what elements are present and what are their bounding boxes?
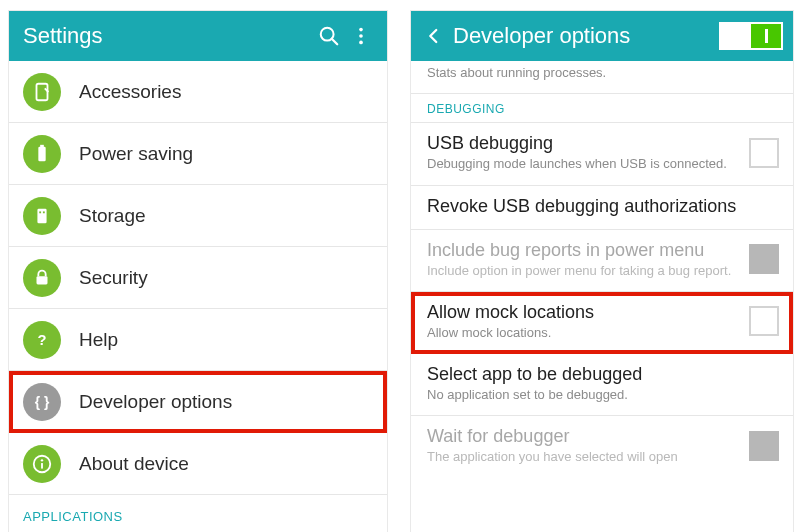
- settings-item-accessories[interactable]: Accessories: [9, 61, 387, 123]
- checkbox[interactable]: [749, 306, 779, 336]
- svg-rect-11: [37, 276, 48, 284]
- settings-item-label: Help: [79, 329, 373, 351]
- svg-rect-16: [41, 463, 43, 469]
- svg-point-2: [359, 28, 363, 32]
- developer-options-screen: Developer options Stats about running pr…: [410, 10, 794, 532]
- section-header-applications: APPLICATIONS: [9, 495, 387, 530]
- search-button[interactable]: [313, 25, 345, 47]
- svg-rect-5: [37, 83, 48, 100]
- dev-item-mock-locations[interactable]: Allow mock locations Allow mock location…: [411, 292, 793, 354]
- checkbox[interactable]: [749, 138, 779, 168]
- settings-item-help[interactable]: ? Help: [9, 309, 387, 371]
- settings-item-about-device[interactable]: About device: [9, 433, 387, 495]
- settings-screen: Settings Accessories: [8, 10, 388, 532]
- overflow-menu-button[interactable]: [345, 25, 377, 47]
- dev-item-wait-debugger: Wait for debugger The application you ha…: [411, 416, 793, 477]
- developer-appbar: Developer options: [411, 11, 793, 61]
- svg-line-1: [332, 39, 338, 45]
- svg-rect-6: [38, 146, 45, 161]
- dev-item-sub: The application you have selected will o…: [427, 449, 737, 465]
- svg-text:{ }: { }: [35, 394, 50, 409]
- settings-item-label: Security: [79, 267, 373, 289]
- settings-list: Accessories Power saving Storage Securit…: [9, 61, 387, 530]
- dev-item-sub: Allow mock locations.: [427, 325, 737, 341]
- settings-item-power-saving[interactable]: Power saving: [9, 123, 387, 185]
- dev-item-sub: No application set to be debugged.: [427, 387, 767, 403]
- help-icon: ?: [23, 321, 61, 359]
- dev-item-sub: Stats about running processes.: [427, 65, 767, 81]
- accessories-icon: [23, 73, 61, 111]
- settings-item-label: Accessories: [79, 81, 373, 103]
- dev-item-revoke-usb[interactable]: Revoke USB debugging authorizations: [411, 186, 793, 230]
- storage-icon: [23, 197, 61, 235]
- settings-appbar: Settings: [9, 11, 387, 61]
- svg-rect-8: [37, 208, 46, 223]
- developer-title: Developer options: [453, 23, 719, 49]
- svg-point-3: [359, 34, 363, 38]
- settings-item-label: About device: [79, 453, 373, 475]
- dev-item-sub: Include option in power menu for taking …: [427, 263, 737, 279]
- svg-point-4: [359, 41, 363, 45]
- braces-icon: { }: [23, 383, 61, 421]
- dev-item-select-debug-app[interactable]: Select app to be debugged No application…: [411, 354, 793, 416]
- settings-item-label: Power saving: [79, 143, 373, 165]
- dev-item-process-stats[interactable]: Stats about running processes.: [411, 61, 793, 94]
- svg-rect-7: [40, 144, 44, 147]
- settings-item-developer-options[interactable]: { } Developer options: [9, 371, 387, 433]
- dev-item-usb-debugging[interactable]: USB debugging Debugging mode launches wh…: [411, 123, 793, 185]
- info-icon: [23, 445, 61, 483]
- dev-item-title: Select app to be debugged: [427, 364, 767, 385]
- battery-icon: [23, 135, 61, 173]
- svg-text:?: ?: [38, 331, 47, 347]
- settings-item-label: Storage: [79, 205, 373, 227]
- settings-item-security[interactable]: Security: [9, 247, 387, 309]
- settings-item-label: Developer options: [79, 391, 373, 413]
- toggle-on-indicator: [765, 29, 768, 43]
- more-vert-icon: [350, 25, 372, 47]
- settings-title: Settings: [23, 23, 313, 49]
- chevron-left-icon: [425, 24, 443, 48]
- dev-item-sub: Debugging mode launches when USB is conn…: [427, 156, 737, 172]
- back-button[interactable]: [425, 24, 443, 48]
- checkbox: [749, 431, 779, 461]
- lock-icon: [23, 259, 61, 297]
- dev-item-title: Allow mock locations: [427, 302, 737, 323]
- dev-item-title: Include bug reports in power menu: [427, 240, 737, 261]
- checkbox: [749, 244, 779, 274]
- svg-rect-9: [39, 211, 41, 213]
- svg-point-15: [41, 459, 43, 461]
- master-toggle[interactable]: [719, 22, 783, 50]
- svg-rect-10: [43, 211, 45, 213]
- dev-item-bug-reports: Include bug reports in power menu Includ…: [411, 230, 793, 292]
- section-header-debugging: DEBUGGING: [411, 94, 793, 123]
- dev-item-title: Revoke USB debugging authorizations: [427, 196, 767, 217]
- dev-item-title: Wait for debugger: [427, 426, 737, 447]
- settings-item-storage[interactable]: Storage: [9, 185, 387, 247]
- search-icon: [318, 25, 340, 47]
- dev-item-title: USB debugging: [427, 133, 737, 154]
